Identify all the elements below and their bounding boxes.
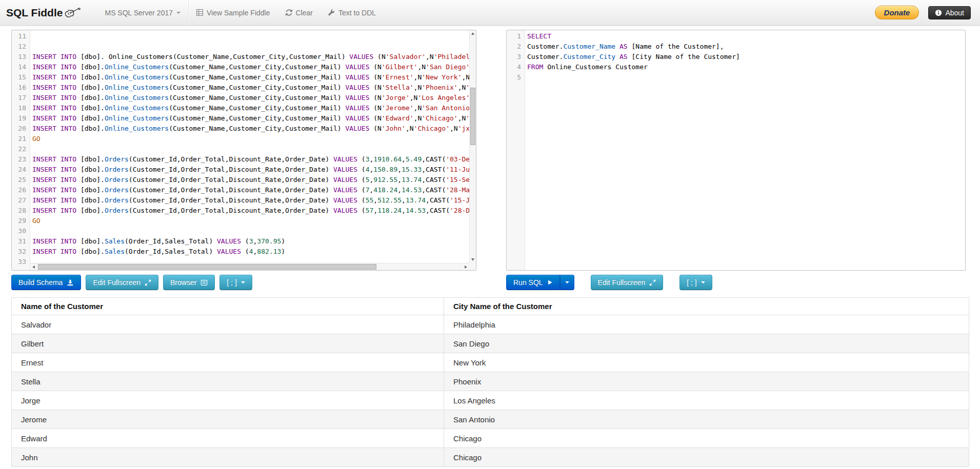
line-number: 32 <box>12 247 30 257</box>
line-number: 25 <box>12 175 30 185</box>
top-navbar: SQL Fiddle MS SQL Server 2017 <box>0 0 980 26</box>
scrollbar-left-arrow[interactable] <box>30 263 37 270</box>
code-line: INSERT INTO [dbo].Online_Customers(Custo… <box>32 124 476 134</box>
text-to-ddl-button[interactable]: Text to DDL <box>321 0 384 25</box>
list-panel-icon <box>201 279 208 286</box>
schema-editor-gutter: 1112131415161718192021222324252627282930… <box>12 30 30 270</box>
table-row: EdwardChicago <box>12 429 969 448</box>
query-buttons-row: Run SQL Edit Fullscreen <box>506 275 966 290</box>
line-number: 5 <box>507 72 525 83</box>
about-label: About <box>945 9 964 17</box>
code-line: INSERT INTO [dbo].Online_Customers(Custo… <box>32 62 476 72</box>
scrollbar-right-arrow[interactable] <box>463 263 469 270</box>
table-cell: Stella <box>12 372 444 391</box>
line-number: 3 <box>507 52 525 62</box>
line-number: 24 <box>12 165 30 175</box>
db-version-dropdown[interactable]: MS SQL Server 2017 <box>97 0 188 25</box>
line-number: 26 <box>12 185 30 195</box>
horizontal-scrollbar-thumb[interactable] <box>38 264 376 270</box>
table-cell: Jorge <box>12 391 444 410</box>
code-line: Customer.Customer_City AS [City Name of … <box>527 52 965 62</box>
table-cell: Ernest <box>12 353 444 372</box>
caret-down-icon <box>241 281 245 283</box>
code-line: FROM Online_Customers Customer <box>527 62 965 72</box>
code-line: GO <box>32 216 476 226</box>
code-line: INSERT INTO [dbo].Orders(Customer_Id,Ord… <box>32 165 476 175</box>
line-number: 15 <box>12 72 30 83</box>
scrollbar-up-arrow[interactable] <box>470 30 476 37</box>
code-line: SELECT <box>527 31 965 42</box>
query-terminator-label: [ ; ] <box>687 278 696 287</box>
line-number: 13 <box>12 52 30 62</box>
table-cell: San Diego <box>444 334 969 353</box>
table-cell: Jerome <box>12 410 444 429</box>
line-number: 31 <box>12 236 30 247</box>
line-number: 11 <box>12 31 30 42</box>
code-line: INSERT INTO [dbo].Orders(Customer_Id,Ord… <box>32 206 476 216</box>
table-cell: John <box>12 448 444 467</box>
build-schema-label: Build Schema <box>18 278 63 287</box>
query-editor-code[interactable]: SELECTCustomer.Customer_Name AS [Name of… <box>525 30 965 270</box>
table-row: JorgeLos Angeles <box>12 391 969 410</box>
code-line: INSERT INTO [dbo].Orders(Customer_Id,Ord… <box>32 185 476 195</box>
about-button[interactable]: About <box>928 6 971 19</box>
code-line: INSERT INTO [dbo]. Online_Customers(Cust… <box>32 52 476 62</box>
schema-terminator-dropdown[interactable]: [ ; ] <box>219 275 252 290</box>
line-number: 17 <box>12 93 30 103</box>
line-number: 33 <box>12 257 30 267</box>
table-cell: Gilbert <box>12 334 444 353</box>
schema-panel: 1112131415161718192021222324252627282930… <box>11 30 476 290</box>
edit-fullscreen-schema-label: Edit Fullscreen <box>93 278 141 287</box>
chevron-down-icon <box>176 12 181 14</box>
schema-editor-code[interactable]: INSERT INTO [dbo]. Online_Customers(Cust… <box>30 30 476 270</box>
schema-editor-horizontal-scrollbar[interactable] <box>30 263 469 270</box>
line-number: 27 <box>12 195 30 206</box>
line-number: 12 <box>12 42 30 52</box>
table-row: GilbertSan Diego <box>12 334 969 353</box>
app-logo[interactable]: SQL Fiddle <box>6 7 82 19</box>
code-line: INSERT INTO [dbo].Online_Customers(Custo… <box>32 83 476 93</box>
fullscreen-icon <box>145 279 151 286</box>
code-line: INSERT INTO [dbo].Online_Customers(Custo… <box>32 93 476 103</box>
play-icon <box>547 279 553 286</box>
build-schema-button[interactable]: Build Schema <box>11 275 81 290</box>
scrollbar-corner <box>469 263 476 270</box>
schema-editor-vertical-scrollbar[interactable] <box>469 30 476 263</box>
code-line: INSERT INTO [dbo].Online_Customers(Custo… <box>32 103 476 113</box>
table-cell: Edward <box>12 429 444 448</box>
code-line <box>32 31 476 42</box>
text-to-ddl-label: Text to DDL <box>338 9 376 17</box>
refresh-icon <box>286 9 292 16</box>
browser-label: Browser <box>170 278 196 287</box>
line-number: 21 <box>12 134 30 144</box>
clear-button[interactable]: Clear <box>278 0 321 25</box>
run-sql-dropdown-toggle[interactable] <box>560 275 574 290</box>
edit-fullscreen-schema-button[interactable]: Edit Fullscreen <box>86 275 158 290</box>
run-sql-split-button: Run SQL <box>506 275 574 290</box>
main-content: 1112131415161718192021222324252627282930… <box>0 26 980 467</box>
schema-editor[interactable]: 1112131415161718192021222324252627282930… <box>11 30 476 271</box>
edit-fullscreen-query-button[interactable]: Edit Fullscreen <box>591 275 664 290</box>
query-panel: 12345 SELECTCustomer.Customer_Name AS [N… <box>506 30 966 290</box>
query-editor[interactable]: 12345 SELECTCustomer.Customer_Name AS [N… <box>506 30 966 271</box>
run-sql-button[interactable]: Run SQL <box>506 275 560 290</box>
line-number: 19 <box>12 113 30 124</box>
line-number: 28 <box>12 206 30 216</box>
info-icon <box>935 9 942 16</box>
table-row: JohnChicago <box>12 448 969 467</box>
table-cell: Philadelphia <box>444 315 969 334</box>
line-number: 14 <box>12 62 30 72</box>
view-sample-fiddle-button[interactable]: View Sample Fiddle <box>189 0 277 25</box>
browser-button[interactable]: Browser <box>163 275 215 290</box>
scrollbar-down-arrow[interactable] <box>470 256 476 263</box>
donate-button[interactable]: Donate <box>875 6 919 19</box>
app-title: SQL Fiddle <box>6 7 63 19</box>
schema-terminator-label: [ ; ] <box>227 278 236 287</box>
vertical-scrollbar-thumb[interactable] <box>470 88 475 145</box>
line-number: 30 <box>12 226 30 236</box>
code-line: INSERT INTO [dbo].Online_Customers(Custo… <box>32 113 476 124</box>
query-terminator-dropdown[interactable]: [ ; ] <box>679 275 712 290</box>
code-line: GO <box>32 134 476 144</box>
line-number: 20 <box>12 124 30 134</box>
table-cell: Los Angeles <box>444 391 969 410</box>
